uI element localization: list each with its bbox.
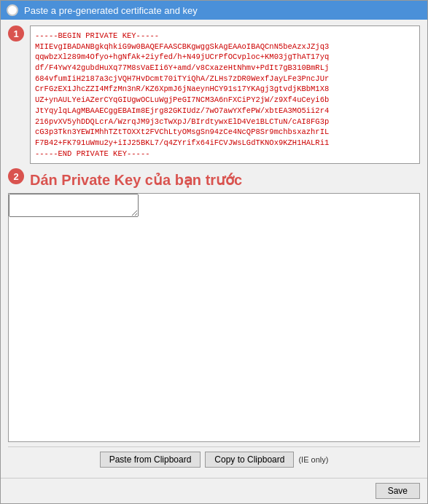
button-row: Paste from Clipboard Copy to Clipboard (…: [8, 446, 420, 472]
main-content: 1 -----BEGIN PRIVATE KEY----- MIIEvgIBAD…: [1, 20, 427, 478]
title-bar: Paste a pre-generated certificate and ke…: [1, 1, 427, 20]
step2-row: 2 Dán Private Key của bạn trước: [8, 168, 420, 189]
key-textarea[interactable]: [9, 194, 139, 217]
step2-circle: 2: [8, 168, 24, 184]
dialog-container: Paste a pre-generated certificate and ke…: [0, 0, 428, 504]
private-key-display: -----BEGIN PRIVATE KEY----- MIIEvgIBADAN…: [30, 25, 420, 164]
copy-to-clipboard-button[interactable]: Copy to Clipboard: [205, 452, 294, 468]
step2-label: Dán Private Key của bạn trước: [30, 171, 242, 189]
bottom-bar: Save: [1, 478, 427, 503]
title-bar-icon: [7, 4, 18, 16]
paste-from-clipboard-button[interactable]: Paste from Clipboard: [100, 452, 201, 468]
step1-row: 1 -----BEGIN PRIVATE KEY----- MIIEvgIBAD…: [8, 25, 420, 164]
save-button[interactable]: Save: [376, 483, 420, 499]
key-input-area[interactable]: [8, 193, 420, 442]
step1-circle: 1: [8, 25, 24, 42]
step1-content: -----BEGIN PRIVATE KEY----- MIIEvgIBADAN…: [30, 25, 420, 164]
title-bar-text: Paste a pre-generated certificate and ke…: [24, 5, 198, 16]
ie-note: (IE only): [298, 455, 328, 464]
